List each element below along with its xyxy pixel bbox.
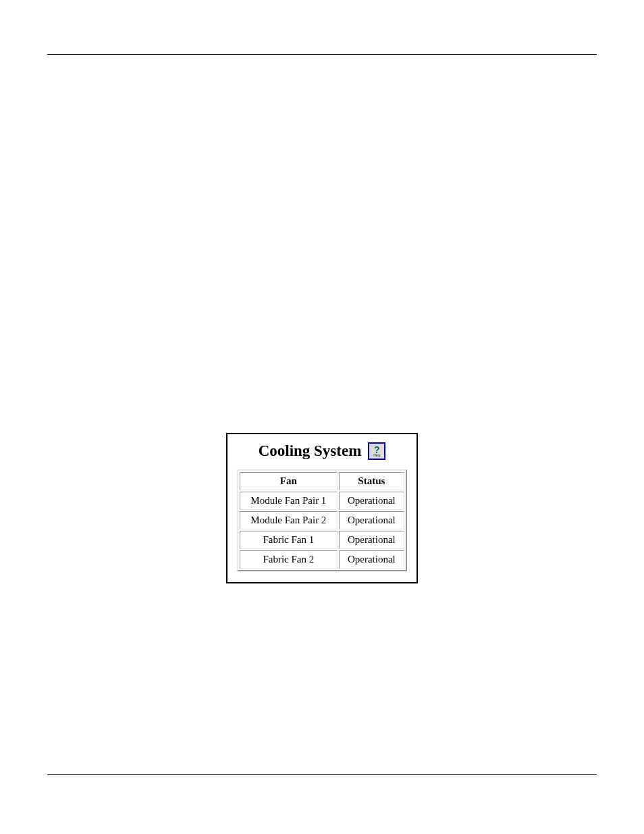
column-header-status: Status	[339, 472, 404, 490]
table-row: Fabric Fan 1 Operational	[240, 531, 404, 549]
cooling-system-panel: Cooling System ? Help Fan Status Module …	[226, 433, 418, 583]
cell-fan-name: Module Fan Pair 2	[240, 511, 338, 529]
cell-fan-status: Operational	[339, 531, 404, 549]
table-row: Fabric Fan 2 Operational	[240, 550, 404, 569]
cell-fan-status: Operational	[339, 492, 404, 510]
panel-title: Cooling System	[259, 442, 362, 460]
column-header-fan: Fan	[240, 472, 338, 490]
top-horizontal-rule	[47, 54, 597, 55]
table-row: Module Fan Pair 1 Operational	[240, 492, 404, 510]
help-icon-label: Help	[373, 454, 380, 457]
panel-header: Cooling System ? Help	[237, 442, 407, 460]
panel-wrapper: Cooling System ? Help Fan Status Module …	[47, 433, 597, 583]
cell-fan-name: Module Fan Pair 1	[240, 492, 338, 510]
table-header-row: Fan Status	[240, 472, 404, 490]
page: Cooling System ? Help Fan Status Module …	[0, 0, 644, 834]
fan-status-table: Fan Status Module Fan Pair 1 Operational…	[237, 469, 407, 571]
cell-fan-status: Operational	[339, 550, 404, 569]
table-row: Module Fan Pair 2 Operational	[240, 511, 404, 529]
cell-fan-name: Fabric Fan 2	[240, 550, 338, 569]
help-icon[interactable]: ? Help	[368, 442, 385, 460]
cell-fan-name: Fabric Fan 1	[240, 531, 338, 549]
cell-fan-status: Operational	[339, 511, 404, 529]
bottom-horizontal-rule	[47, 774, 597, 775]
